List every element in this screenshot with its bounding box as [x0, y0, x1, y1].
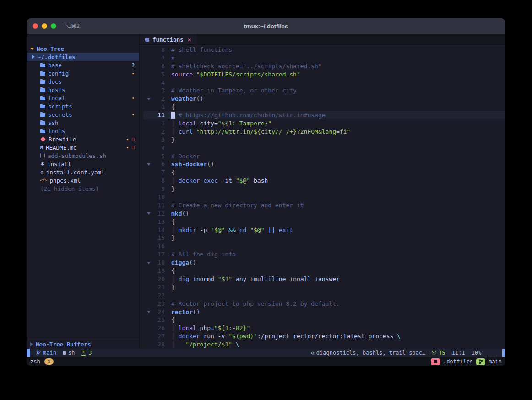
folder-icon	[40, 105, 45, 108]
asterisk-icon	[40, 158, 44, 169]
tree-item-base[interactable]: base?	[27, 61, 139, 69]
code-line[interactable]: 12mkd()	[143, 210, 505, 218]
code-line[interactable]: 1{	[143, 103, 505, 111]
tmux-branch-badge	[476, 358, 485, 365]
tmux-session-badge	[431, 358, 440, 365]
code-line[interactable]: 6ssh-docker()	[143, 160, 505, 168]
tree-item-phpcs-xml[interactable]: phpcs.xml	[27, 176, 139, 184]
line-number: 11	[152, 201, 165, 210]
zoom-window-button[interactable]	[51, 23, 56, 29]
code-line[interactable]: 1│ local city="${1:-Tampere}"	[143, 119, 505, 128]
code-line[interactable]: 17# All the dig info	[143, 250, 505, 259]
code-line[interactable]: 16	[143, 242, 505, 250]
code-line[interactable]: 15}	[143, 234, 505, 242]
traffic-lights	[27, 23, 56, 29]
tree-item-install-conf-yaml[interactable]: install.conf.yaml	[27, 168, 139, 176]
code-text: │ docker run -v "$(pwd)":/project rector…	[171, 332, 401, 341]
neotree-buffers-header[interactable]: Neo-Tree Buffers	[27, 340, 139, 348]
folder-icon	[40, 72, 45, 76]
tree-item-label: README.md	[46, 144, 77, 151]
tree-item-brewfile[interactable]: Brewfile•□	[27, 135, 139, 143]
code-line[interactable]: 22	[143, 292, 505, 300]
tab-functions[interactable]: functions ×	[140, 34, 197, 44]
line-number: 4	[152, 79, 165, 87]
tree-item-hosts[interactable]: hosts	[27, 86, 139, 94]
tree-item-local[interactable]: local•	[27, 94, 139, 102]
code-line[interactable]: 3}	[143, 136, 505, 144]
code-line[interactable]: 9}	[143, 185, 505, 193]
code-line[interactable]: 8# shell functions	[143, 46, 505, 54]
code-line[interactable]: 26│ local php="${1:-82}"	[143, 324, 505, 332]
code-line[interactable]: 24rector()	[143, 308, 505, 316]
tree-item-install[interactable]: install	[27, 160, 139, 168]
git-status-badge: •	[131, 71, 135, 76]
tree-item-secrets[interactable]: secrets•	[27, 110, 139, 119]
lsp-gear-icon	[311, 351, 314, 356]
close-window-button[interactable]	[33, 23, 38, 29]
code-line[interactable]: 28│ "/project/$1" \	[143, 341, 505, 349]
code-line[interactable]: 21}	[143, 283, 505, 292]
fold-chevron-icon[interactable]	[143, 98, 152, 100]
hidden-items-note: (21 hidden items)	[27, 184, 139, 193]
tree-item-config[interactable]: config•	[27, 69, 139, 77]
code-line[interactable]: 25{	[143, 316, 505, 324]
code-line[interactable]: 10	[143, 193, 505, 201]
tree-item-scripts[interactable]: scripts	[27, 102, 139, 110]
minimize-window-button[interactable]	[42, 23, 47, 29]
tree-root-label: ~/.dotfiles	[38, 54, 76, 60]
git-status-badges: ?	[131, 63, 135, 68]
fold-chevron-icon[interactable]	[143, 212, 152, 215]
tree-root-item[interactable]: ~/.dotfiles	[27, 53, 139, 61]
code-line[interactable]: 8│ docker exec -it "$@" bash	[143, 177, 505, 185]
tmux-git-branch: main	[489, 358, 502, 365]
neotree-header[interactable]: Neo-Tree	[27, 44, 139, 53]
line-number: 11	[152, 111, 165, 119]
line-number: 1	[152, 119, 165, 128]
tree-item-docs[interactable]: docs	[27, 77, 139, 86]
tmux-right: .dotfiles main	[431, 358, 502, 365]
code-line[interactable]: 2weather()	[143, 95, 505, 103]
tree-item-label: docs	[48, 78, 62, 85]
code-text: # Rector project to php version 8.2 by d…	[171, 300, 340, 308]
tab-close-icon[interactable]: ×	[188, 36, 191, 43]
code-line[interactable]: 5source "$DOTFILES/scripts/shared.sh"	[143, 70, 505, 79]
code-line[interactable]: 27│ docker run -v "$(pwd)":/project rect…	[143, 332, 505, 341]
xml-icon	[40, 178, 47, 183]
code-line[interactable]: 20│ dig +nocmd "$1" any +multiline +noal…	[143, 275, 505, 283]
fold-chevron-icon[interactable]	[143, 311, 152, 313]
code-text: digga()	[171, 259, 196, 267]
code-line[interactable]: 7{	[143, 168, 505, 177]
git-status-badge: □	[132, 145, 135, 150]
line-number: 22	[152, 292, 165, 300]
tmux-window-name[interactable]: zsh	[30, 358, 40, 365]
fold-chevron-icon[interactable]	[143, 163, 152, 166]
tree-item-tools[interactable]: tools	[27, 127, 139, 135]
code-line[interactable]: 11 # https://github.com/chubin/wttr.in#u…	[143, 111, 505, 119]
tree-item-ssh[interactable]: ssh	[27, 119, 139, 127]
chevron-right-icon	[30, 342, 33, 346]
code-area[interactable]: 8# shell functions7#6# shellcheck source…	[140, 45, 505, 349]
code-line[interactable]: 2│ curl "http://wttr.in/${city// /+}?2nF…	[143, 128, 505, 136]
code-line[interactable]: 18digga()	[143, 259, 505, 267]
code-line[interactable]: 4	[143, 79, 505, 87]
fold-chevron-icon[interactable]	[143, 262, 152, 264]
titlebar[interactable]: ⌥⌘2 tmux:~/.dotfiles	[27, 18, 505, 34]
code-line[interactable]: 11# Create a new directory and enter it	[143, 201, 505, 210]
git-status-badge: •	[131, 96, 135, 101]
code-line[interactable]: 3# Weather in Tampere, or other city	[143, 86, 505, 95]
code-line[interactable]: 14│ mkdir -p "$@" && cd "$@" || exit	[143, 226, 505, 234]
code-line[interactable]: 13{	[143, 218, 505, 226]
tree-item-label: secrets	[48, 111, 72, 118]
code-line[interactable]: 23# Rector project to php version 8.2 by…	[143, 300, 505, 308]
code-text: {	[171, 168, 175, 177]
code-line[interactable]: 6# shellcheck source="../scripts/shared.…	[143, 62, 505, 70]
git-status-badges: •	[131, 112, 135, 117]
code-line[interactable]: 4	[143, 144, 505, 152]
code-line[interactable]: 7#	[143, 54, 505, 62]
code-line[interactable]: 19{	[143, 267, 505, 275]
code-text: │ dig +nocmd "$1" any +multiline +noall …	[171, 275, 340, 283]
line-number: 27	[152, 332, 165, 341]
code-text: │ local city="${1:-Tampere}"	[171, 119, 271, 128]
tree-item-readme-md[interactable]: README.md•□	[27, 143, 139, 151]
code-line[interactable]: 5# Docker	[143, 152, 505, 161]
